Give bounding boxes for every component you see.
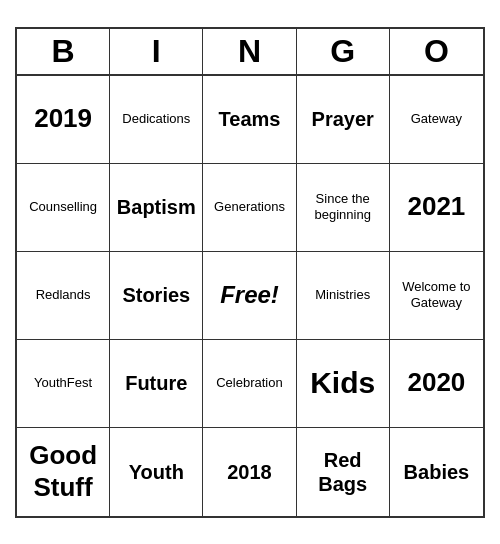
bingo-cell: Dedications [110, 76, 203, 164]
bingo-card: BINGO 2019DedicationsTeamsPrayerGatewayC… [15, 27, 485, 518]
bingo-cell: 2019 [17, 76, 110, 164]
bingo-cell: 2021 [390, 164, 483, 252]
cell-text: Redlands [36, 287, 91, 303]
header-letter: O [390, 29, 483, 74]
bingo-cell: YouthFest [17, 340, 110, 428]
header-letter: G [297, 29, 390, 74]
cell-text: 2019 [34, 103, 92, 134]
cell-text: Prayer [312, 107, 374, 131]
bingo-cell: Ministries [297, 252, 390, 340]
bingo-cell: Generations [203, 164, 296, 252]
cell-text: Teams [219, 107, 281, 131]
bingo-cell: Free! [203, 252, 296, 340]
cell-text: 2020 [407, 367, 465, 398]
cell-text: Generations [214, 199, 285, 215]
cell-text: YouthFest [34, 375, 92, 391]
cell-text: Youth [129, 460, 184, 484]
cell-text: Counselling [29, 199, 97, 215]
cell-text: Welcome to Gateway [394, 279, 479, 310]
bingo-cell: Teams [203, 76, 296, 164]
cell-text: Babies [404, 460, 470, 484]
bingo-cell: Gateway [390, 76, 483, 164]
bingo-cell: 2020 [390, 340, 483, 428]
bingo-cell: 2018 [203, 428, 296, 516]
bingo-header: BINGO [17, 29, 483, 76]
bingo-cell: Youth [110, 428, 203, 516]
bingo-grid: 2019DedicationsTeamsPrayerGatewayCounsel… [17, 76, 483, 516]
cell-text: Stories [122, 283, 190, 307]
bingo-cell: Counselling [17, 164, 110, 252]
cell-text: Baptism [117, 195, 196, 219]
cell-text: Future [125, 371, 187, 395]
bingo-cell: Since the beginning [297, 164, 390, 252]
cell-text: Gateway [411, 111, 462, 127]
header-letter: B [17, 29, 110, 74]
bingo-cell: Future [110, 340, 203, 428]
cell-text: Celebration [216, 375, 283, 391]
bingo-cell: Kids [297, 340, 390, 428]
header-letter: N [203, 29, 296, 74]
cell-text: 2018 [227, 460, 272, 484]
bingo-cell: Welcome to Gateway [390, 252, 483, 340]
bingo-cell: Celebration [203, 340, 296, 428]
cell-text: 2021 [407, 191, 465, 222]
bingo-cell: Stories [110, 252, 203, 340]
cell-text: Since the beginning [301, 191, 385, 222]
bingo-cell: Red Bags [297, 428, 390, 516]
bingo-cell: Babies [390, 428, 483, 516]
cell-text: Red Bags [301, 448, 385, 496]
bingo-cell: Baptism [110, 164, 203, 252]
header-letter: I [110, 29, 203, 74]
cell-text: Ministries [315, 287, 370, 303]
cell-text: Dedications [122, 111, 190, 127]
cell-text: Good Stuff [21, 440, 105, 502]
cell-text: Kids [310, 365, 375, 401]
bingo-cell: Good Stuff [17, 428, 110, 516]
bingo-cell: Prayer [297, 76, 390, 164]
cell-text: Free! [220, 281, 279, 310]
bingo-cell: Redlands [17, 252, 110, 340]
